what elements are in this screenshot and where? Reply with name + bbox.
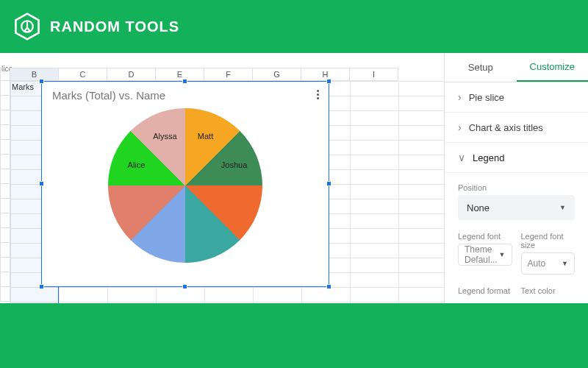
resize-handle[interactable] [326,284,331,289]
spreadsheet-area[interactable]: lice B C D E F G H I [0,53,445,303]
section-chart-axis-titles[interactable]: › Chart & axis titles [445,113,588,143]
row-header[interactable] [0,213,10,228]
row-header[interactable] [0,258,10,272]
tab-setup[interactable]: Setup [445,53,517,82]
resize-handle[interactable] [39,284,44,289]
section-label: Chart & axis titles [469,122,543,133]
tab-customize[interactable]: Customize [517,53,589,82]
col-header-B[interactable]: B [10,68,59,81]
workspace: lice B C D E F G H I [0,53,588,303]
col-header-C[interactable]: C [59,68,107,81]
row-header[interactable] [0,140,10,155]
legend-size-select[interactable]: Auto ▼ [521,252,576,275]
row-header[interactable] [0,199,10,213]
brand-title: RANDOM TOOLS [50,18,179,35]
position-label: Position [458,183,575,192]
dropdown-icon: ▼ [562,260,568,267]
legend-size-value: Auto [528,258,546,269]
section-label: Legend [473,152,504,163]
legend-font-value: Theme Defaul... [465,244,499,265]
column-headers: B C D E F G H I [0,68,444,81]
col-header-F[interactable]: F [204,68,253,81]
dropdown-icon: ▼ [559,204,566,211]
row-headers [0,81,10,302]
row-header[interactable] [0,81,10,96]
brand-logo-icon [13,13,41,40]
row-header[interactable] [0,228,10,243]
row-header[interactable] [0,110,10,125]
legend-font-label: Legend font [458,232,512,241]
col-header-E[interactable]: E [156,68,204,81]
dropdown-icon: ▼ [499,251,506,258]
chart-editor-panel: Setup Customize › Pie slice › Chart & ax… [445,53,588,303]
chevron-right-icon: › [458,121,462,133]
resize-handle[interactable] [326,79,331,84]
chart-overflow-menu-icon[interactable] [312,86,323,102]
col-header-G[interactable]: G [253,68,301,81]
resize-handle[interactable] [39,79,44,84]
resize-handle[interactable] [326,181,331,186]
resize-handle[interactable] [182,284,187,289]
row-header[interactable] [0,272,10,287]
col-header-I[interactable]: I [350,68,398,81]
chevron-right-icon: › [458,91,462,103]
legend-font-select[interactable]: Theme Defaul... ▼ [458,244,512,266]
section-label: Pie slice [469,92,504,103]
row-header[interactable] [0,169,10,184]
corner-cell[interactable] [0,68,10,81]
legend-format-label: Legend format [458,286,512,295]
legend-textcolor-label: Text color [521,286,576,295]
row-header[interactable] [0,155,10,169]
row-header[interactable] [0,96,10,110]
position-value: None [467,202,490,213]
section-legend[interactable]: ∨ Legend [445,143,588,173]
row-header[interactable] [0,125,10,140]
col-header-H[interactable]: H [301,68,350,81]
row-header[interactable] [0,287,10,302]
resize-handle[interactable] [182,79,187,84]
pie-slice [108,108,262,263]
col-header-D[interactable]: D [107,68,156,81]
brand-bar: RANDOM TOOLS [0,0,588,53]
legend-size-label: Legend font size [521,232,576,250]
row-header[interactable] [0,184,10,199]
cell-marks[interactable]: Marks [12,82,34,91]
embedded-chart[interactable]: Marks (Total) vs. Name AliceAmyMattCandi… [41,81,329,287]
resize-handle[interactable] [39,181,44,186]
position-select[interactable]: None ▼ [458,195,575,220]
legend-body: Position None ▼ Legend font Theme Defaul… [445,173,588,303]
section-pie-slice[interactable]: › Pie slice [445,82,588,113]
chevron-down-icon: ∨ [458,152,465,163]
pie-chart: AliceAmyMattCandiceAliceAlyssaMattJoshua [108,108,262,263]
footer-band [0,303,588,368]
row-header[interactable] [0,243,10,258]
chart-title: Marks (Total) vs. Name [42,82,329,102]
editor-tabs: Setup Customize [445,53,588,82]
